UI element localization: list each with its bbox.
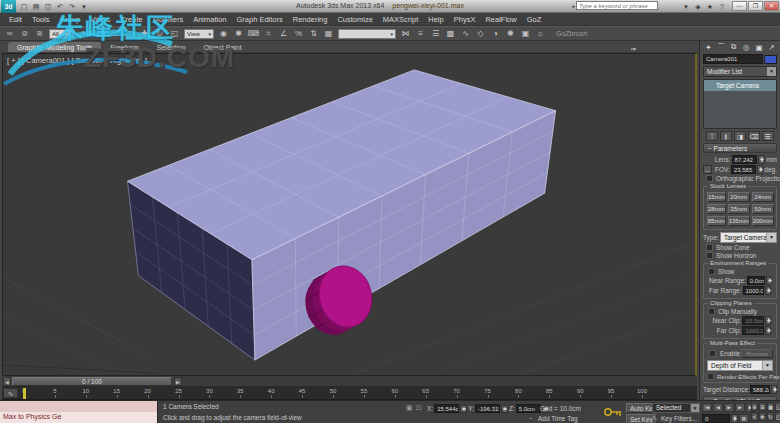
current-frame-field[interactable]: 0 [702, 414, 730, 423]
new-scene-icon[interactable]: ▢ [18, 1, 30, 12]
next-frame-button[interactable]: ▶ [735, 403, 745, 412]
use-pivot-center-icon[interactable]: ◉ [216, 27, 231, 40]
mini-curve-editor-button[interactable]: ∿ [3, 388, 18, 398]
select-and-rotate-icon[interactable]: ↻ [152, 27, 167, 40]
menu-physx[interactable]: PhysX [449, 15, 481, 24]
mirror-icon[interactable]: ⋈ [398, 27, 413, 40]
menu-graph-editors[interactable]: Graph Editors [232, 15, 288, 24]
ribbon-tab-graphite-modeling-tools[interactable]: Graphite Modeling Tools [8, 42, 101, 52]
show-end-result-button[interactable]: ≬ [720, 131, 732, 141]
time-configuration-icon[interactable]: ▦ [739, 414, 749, 423]
render-production-icon[interactable]: ☼ [533, 27, 548, 40]
stock-lens-35mm[interactable]: 35mm [728, 204, 750, 214]
modifier-stack[interactable]: Target Camera [703, 79, 777, 129]
modifier-list-dropdown[interactable]: Modifier List▼ [703, 66, 777, 77]
named-selection-set-field[interactable]: ▾ [338, 29, 396, 39]
favorites-icon[interactable]: ★ [704, 1, 716, 12]
camera-viewport[interactable]: [ + ] [ Camera001 ] [ Smooth + Highlight… [2, 53, 697, 376]
parameters-rollout-header[interactable]: Parameters [703, 143, 777, 153]
zoom-region-icon[interactable]: ◱ [775, 402, 780, 411]
maximize-button[interactable]: ❐ [748, 1, 763, 11]
curve-editor-icon[interactable]: ∿ [458, 27, 473, 40]
time-slider-left-arrow[interactable]: ◀ [3, 377, 11, 386]
selection-filter-dropdown[interactable]: All▾ [49, 29, 75, 39]
maxscript-mini-listener[interactable]: Max to Physics Ge [0, 401, 158, 423]
select-and-scale-icon[interactable]: ◱ [167, 27, 182, 40]
menu-goz[interactable]: GoZ [522, 15, 547, 24]
keyboard-override-icon[interactable]: ⌨ [246, 27, 261, 40]
x-spinner[interactable] [460, 405, 467, 413]
unlink-selection-icon[interactable]: ⊘ [17, 27, 32, 40]
y-spinner[interactable] [501, 405, 508, 413]
pan-icon[interactable]: ✚ [759, 412, 766, 421]
create-key-icon[interactable] [603, 406, 623, 418]
zoom-all-icon[interactable]: ⊞ [759, 402, 766, 411]
stock-lens-50mm[interactable]: 50mm [752, 204, 774, 214]
menu-modifiers[interactable]: Modifiers [148, 15, 188, 24]
time-slider-right-arrow[interactable]: ▶ [174, 377, 182, 386]
menu-maxscript[interactable]: MAXScript [378, 15, 423, 24]
per-pass-checkbox[interactable]: Render Effects Per Pass [707, 373, 773, 380]
preview-button[interactable]: Preview [741, 349, 772, 358]
add-time-tag[interactable]: Add Time Tag [538, 415, 578, 422]
stock-lens-28mm[interactable]: 28mm [707, 204, 726, 214]
menu-create[interactable]: Create [115, 15, 148, 24]
pin-stack-button[interactable]: ⊤ [706, 131, 718, 141]
stock-lens-135mm[interactable]: 135mm [728, 216, 750, 226]
stock-lens-20mm[interactable]: 20mm [728, 192, 750, 202]
orthographic-checkbox[interactable]: Orthographic Projection [706, 175, 774, 182]
previous-frame-button[interactable]: ◀ [713, 403, 723, 412]
help-icon[interactable]: ? [716, 1, 728, 12]
bind-to-space-warp-icon[interactable]: ≋ [32, 27, 47, 40]
object-name-field[interactable]: Camera001 [703, 54, 763, 64]
selection-lock-icon[interactable]: ▣ [406, 404, 413, 412]
percent-snap-icon[interactable]: % [291, 27, 306, 40]
key-set-dropdown[interactable]: Selected▼ [652, 403, 700, 413]
close-button[interactable]: ✕ [764, 1, 779, 11]
fov-direction-flyout[interactable]: ↔ [703, 165, 712, 174]
viewport-label[interactable]: [ + ] [ Camera001 ] [ Smooth + Highlight… [7, 56, 147, 65]
ribbon-toggle-icon[interactable]: ▩ [443, 27, 458, 40]
fov-spinner[interactable] [757, 165, 764, 174]
near-range-field[interactable]: 0.0cm [747, 276, 765, 285]
search-input[interactable] [576, 1, 658, 10]
align-icon[interactable]: ≡ [413, 27, 428, 40]
workspace-dropdown-icon[interactable]: ▾ [78, 1, 90, 12]
fov-field[interactable]: 23.585 [731, 165, 756, 174]
current-frame-marker[interactable] [23, 388, 26, 399]
ribbon-tab-object-paint[interactable]: Object Paint [195, 42, 251, 52]
absolute-offset-toggle-icon[interactable]: ⊡ [416, 404, 422, 412]
menu-realflow[interactable]: RealFlow [480, 15, 521, 24]
y-coordinate-field[interactable]: -196.315cm [475, 404, 500, 413]
key-filters-button[interactable]: Key Filters... [661, 415, 697, 422]
window-crossing-icon[interactable]: ◫ [122, 27, 137, 40]
edit-named-sets-icon[interactable]: ▦ [321, 27, 336, 40]
menu-help[interactable]: Help [423, 15, 448, 24]
clip-manually-checkbox[interactable]: Clip Manually [708, 308, 772, 315]
menu-customize[interactable]: Customize [332, 15, 377, 24]
enable-checkbox[interactable] [709, 350, 716, 357]
modify-tab-icon[interactable]: ⌒ [716, 42, 727, 52]
far-clip-spinner[interactable] [765, 326, 771, 335]
stock-lens-200mm[interactable]: 200mm [752, 216, 774, 226]
reference-coordinate-dropdown[interactable]: View▾ [184, 29, 214, 39]
time-slider[interactable]: ◀ 0 / 100 ▶ [2, 376, 697, 387]
go-to-start-button[interactable]: |◀ [702, 403, 712, 412]
make-unique-button[interactable]: ◨ [734, 131, 746, 141]
rendered-frame-icon[interactable]: ▣ [518, 27, 533, 40]
near-range-spinner[interactable] [766, 276, 771, 285]
menu-animation[interactable]: Animation [188, 15, 231, 24]
select-and-manipulate-icon[interactable]: ✱ [231, 27, 246, 40]
menu-edit[interactable]: Edit [4, 15, 27, 24]
target-distance-field[interactable]: 588.2cm [750, 385, 770, 394]
ribbon-tab-selection[interactable]: Selection [148, 42, 195, 52]
select-by-name-icon[interactable]: ▤ [92, 27, 107, 40]
menu-rendering[interactable]: Rendering [288, 15, 333, 24]
search-arrow-icon[interactable]: ▸ [572, 3, 575, 9]
schematic-view-icon[interactable]: ◇ [473, 27, 488, 40]
stock-lens-24mm[interactable]: 24mm [752, 192, 774, 202]
display-tab-icon[interactable]: ▣ [754, 43, 765, 52]
x-coordinate-field[interactable]: 15.544cm [434, 404, 459, 413]
track-bar[interactable]: 0510152025303540455055606570758085909510… [2, 387, 697, 400]
angle-snap-icon[interactable]: ∠ [276, 27, 291, 40]
